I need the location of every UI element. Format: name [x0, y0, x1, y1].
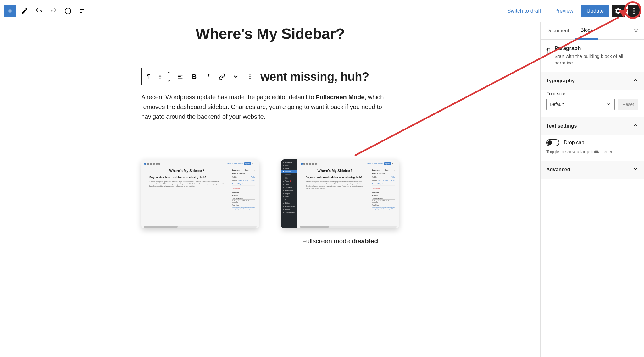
- align-button[interactable]: [173, 68, 187, 85]
- undo-button[interactable]: [33, 5, 45, 17]
- reset-button[interactable]: Reset: [618, 99, 638, 110]
- block-type-desc: Start with the building block of all nar…: [554, 53, 638, 66]
- thumb-title: Where's My Sidebar?: [306, 169, 364, 173]
- svg-point-7: [160, 76, 161, 77]
- tab-block[interactable]: Block: [575, 22, 598, 40]
- more-formatting-button[interactable]: [229, 68, 243, 85]
- more-options-button[interactable]: [628, 5, 640, 17]
- typography-panel-toggle[interactable]: Typography: [541, 72, 644, 90]
- paragraph-icon: ¶: [546, 45, 550, 66]
- chevron-down-icon: [606, 102, 611, 107]
- block-more-options-button[interactable]: [243, 68, 257, 85]
- editor-top-bar: Switch to draft Preview Update: [0, 0, 644, 22]
- advanced-panel-toggle[interactable]: Advanced: [541, 161, 644, 178]
- close-sidebar-button[interactable]: ✕: [628, 24, 644, 38]
- page-title-wrap: Where's My Sidebar?: [6, 22, 534, 52]
- text-settings-toggle[interactable]: Text settings: [541, 117, 644, 135]
- page-title[interactable]: Where's My Sidebar?: [6, 25, 534, 42]
- text-settings-panel: Text settings Drop cap Toggle to show a …: [541, 117, 644, 161]
- svg-point-11: [249, 76, 250, 77]
- top-left-tools: [4, 5, 89, 17]
- top-right-actions: Switch to draft Preview Update: [502, 5, 640, 17]
- svg-point-4: [159, 75, 160, 76]
- svg-point-10: [249, 74, 250, 75]
- thumb-subtitle: So your dashboard sidebar went missing, …: [306, 176, 364, 179]
- typography-panel: Typography Font size Default Reset: [541, 72, 644, 117]
- chevron-up-icon: [633, 123, 638, 129]
- column-right: Dashboard Posts Media Manifest Add New E…: [281, 159, 399, 245]
- thumb-body: A recent Wordpress update has made the p…: [306, 181, 364, 189]
- font-size-label: Font size: [546, 91, 638, 96]
- heading-visible-text[interactable]: went missing, huh?: [260, 70, 369, 84]
- update-button[interactable]: Update: [581, 5, 609, 17]
- drop-cap-hint: Toggle to show a large initial letter.: [541, 147, 644, 161]
- outline-button[interactable]: [76, 5, 89, 17]
- svg-point-12: [249, 78, 250, 79]
- para-text-bold: Fullscreen Mode: [316, 94, 364, 101]
- chevron-up-icon: [633, 77, 638, 84]
- block-type-name: Paragraph: [554, 45, 638, 52]
- main-area: Where's My Sidebar? ¶: [0, 22, 644, 357]
- block-toolbar: ¶: [141, 68, 257, 85]
- preview-button[interactable]: Preview: [549, 5, 578, 17]
- chevron-down-icon: [633, 166, 638, 173]
- block-info: ¶ Paragraph Start with the building bloc…: [541, 40, 644, 72]
- heading-with-toolbar: ¶: [141, 68, 399, 85]
- sidebar-tabs: Document Block ✕: [541, 22, 644, 40]
- column-left: Switch to draftPreviewUpdate⚙⋮ Where's M…: [141, 159, 259, 245]
- drag-handle-icon[interactable]: [155, 68, 165, 85]
- thumbnail-fullscreen-disabled[interactable]: Dashboard Posts Media Manifest Add New E…: [281, 159, 399, 228]
- thumb-title: Where's My Sidebar?: [149, 169, 224, 173]
- font-size-select[interactable]: Default: [546, 99, 615, 110]
- link-button[interactable]: [215, 68, 229, 85]
- svg-point-1: [633, 8, 635, 9]
- paragraph-block[interactable]: A recent Wordpress update has made the p…: [141, 92, 399, 122]
- add-block-button[interactable]: [4, 5, 16, 17]
- thumb-subtitle: So your dashboard sidebar went missing, …: [149, 176, 224, 179]
- settings-sidebar: Document Block ✕ ¶ Paragraph Start with …: [540, 22, 644, 357]
- image-columns: Switch to draftPreviewUpdate⚙⋮ Where's M…: [141, 159, 399, 245]
- move-down-button[interactable]: [165, 77, 173, 85]
- svg-point-9: [160, 78, 161, 79]
- edit-tool-button[interactable]: [18, 5, 31, 17]
- editor-canvas[interactable]: Where's My Sidebar? ¶: [0, 22, 540, 357]
- settings-gear-button[interactable]: [612, 5, 625, 17]
- move-up-button[interactable]: [165, 68, 173, 77]
- thumb-wp-nav: Dashboard Posts Media Manifest Add New E…: [281, 159, 297, 228]
- bold-button[interactable]: B: [187, 68, 201, 85]
- tab-document[interactable]: Document: [541, 23, 575, 39]
- svg-point-2: [633, 10, 635, 12]
- info-button[interactable]: [62, 5, 74, 17]
- drop-cap-label: Drop cap: [564, 140, 584, 146]
- redo-button[interactable]: [47, 5, 60, 17]
- thumbnail-fullscreen-enabled[interactable]: Switch to draftPreviewUpdate⚙⋮ Where's M…: [141, 159, 259, 228]
- advanced-panel: Advanced: [541, 161, 644, 178]
- switch-to-draft-button[interactable]: Switch to draft: [502, 5, 546, 17]
- svg-point-3: [633, 13, 635, 14]
- drop-cap-toggle[interactable]: [546, 139, 559, 146]
- italic-button[interactable]: I: [201, 68, 215, 85]
- svg-point-6: [159, 76, 160, 77]
- svg-point-8: [159, 78, 160, 79]
- paragraph-type-icon[interactable]: ¶: [142, 68, 155, 85]
- svg-point-5: [160, 75, 161, 76]
- content-body: ¶: [141, 52, 399, 261]
- caption-right: Fullscreen mode disabled: [281, 237, 399, 245]
- para-text-pre: A recent Wordpress update has made the p…: [141, 94, 316, 101]
- thumb-body: A recent Wordpress update has made the p…: [149, 181, 224, 187]
